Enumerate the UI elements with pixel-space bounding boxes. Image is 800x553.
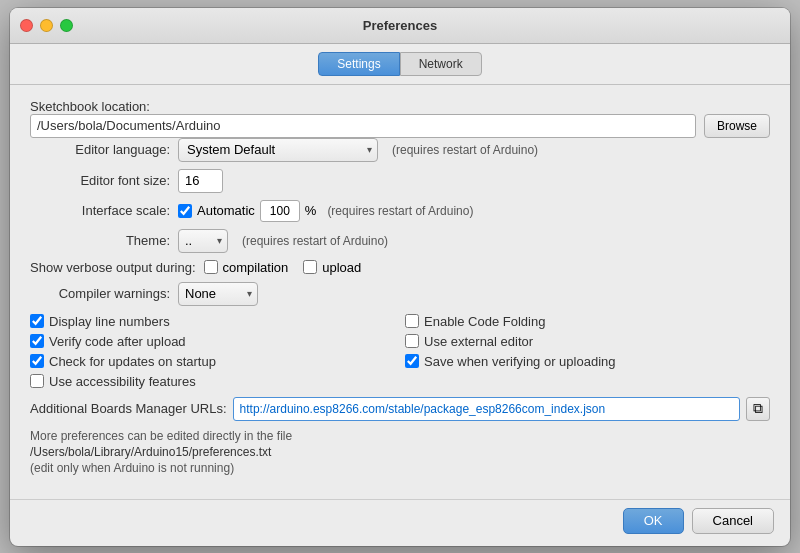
save-verifying-checkbox[interactable] <box>405 354 419 368</box>
prefs-note-line3: (edit only when Arduino is not running) <box>30 461 770 475</box>
accessibility-checkbox[interactable] <box>30 374 44 388</box>
display-line-numbers-label: Display line numbers <box>49 314 170 329</box>
compilation-checkbox[interactable] <box>204 260 218 274</box>
editor-language-hint: (requires restart of Arduino) <box>392 143 538 157</box>
compilation-label: compilation <box>223 260 289 275</box>
ok-button[interactable]: OK <box>623 508 684 534</box>
tab-network[interactable]: Network <box>400 52 482 76</box>
prefs-note-line1: More preferences can be edited directly … <box>30 429 770 443</box>
accessibility-item: Use accessibility features <box>30 374 395 389</box>
editor-font-size-label: Editor font size: <box>30 173 170 188</box>
interface-scale-controls: Automatic % (requires restart of Arduino… <box>178 200 473 222</box>
check-updates-label: Check for updates on startup <box>49 354 216 369</box>
enable-code-folding-checkbox[interactable] <box>405 314 419 328</box>
browse-button[interactable]: Browse <box>704 114 770 138</box>
editor-language-row: Editor language: System Default ▾ (requi… <box>30 138 770 162</box>
interface-scale-label: Interface scale: <box>30 203 170 218</box>
external-editor-checkbox[interactable] <box>405 334 419 348</box>
prefs-note-section: More preferences can be edited directly … <box>30 429 770 475</box>
editor-font-size-input[interactable] <box>178 169 223 193</box>
upload-checkbox[interactable] <box>303 260 317 274</box>
window-controls <box>20 19 73 32</box>
verbose-output-row: Show verbose output during: compilation … <box>30 260 770 275</box>
external-editor-item: Use external editor <box>405 334 770 349</box>
editor-font-size-row: Editor font size: <box>30 169 770 193</box>
code-folding-item: Enable Code Folding <box>405 314 770 329</box>
sketchbook-path-input[interactable] <box>30 114 696 138</box>
copy-icon: ⧉ <box>753 400 763 417</box>
verbose-output-controls: compilation upload <box>204 260 362 275</box>
minimize-button[interactable] <box>40 19 53 32</box>
boards-manager-url-input[interactable] <box>233 397 740 421</box>
preferences-window: Preferences Settings Network Sketchbook … <box>10 8 790 546</box>
verify-code-checkbox[interactable] <box>30 334 44 348</box>
tab-settings[interactable]: Settings <box>318 52 399 76</box>
titlebar: Preferences <box>10 8 790 44</box>
scale-percent: % <box>305 203 317 218</box>
maximize-button[interactable] <box>60 19 73 32</box>
theme-select[interactable]: .. <box>178 229 228 253</box>
sketchbook-row: Browse <box>30 114 770 138</box>
settings-content: Sketchbook location: Browse Editor langu… <box>10 85 790 495</box>
interface-scale-hint: (requires restart of Arduino) <box>327 204 473 218</box>
save-verifying-item: Save when verifying or uploading <box>405 354 770 369</box>
sketchbook-label: Sketchbook location: <box>30 99 150 114</box>
window-title: Preferences <box>363 18 437 33</box>
check-updates-item: Check for updates on startup <box>30 354 395 369</box>
editor-language-select[interactable]: System Default <box>178 138 378 162</box>
close-button[interactable] <box>20 19 33 32</box>
accessibility-label: Use accessibility features <box>49 374 196 389</box>
compiler-warnings-select[interactable]: None <box>178 282 258 306</box>
editor-language-label: Editor language: <box>30 142 170 157</box>
save-verifying-label: Save when verifying or uploading <box>424 354 616 369</box>
automatic-scale-checkbox-label: Automatic <box>197 203 255 218</box>
editor-language-select-wrap: System Default ▾ <box>178 138 378 162</box>
cancel-button[interactable]: Cancel <box>692 508 774 534</box>
verify-code-label: Verify code after upload <box>49 334 186 349</box>
display-line-numbers-checkbox[interactable] <box>30 314 44 328</box>
automatic-scale-checkbox[interactable] <box>178 204 192 218</box>
display-line-numbers-item: Display line numbers <box>30 314 395 329</box>
compiler-warnings-select-wrap: None ▾ <box>178 282 258 306</box>
boards-manager-label: Additional Boards Manager URLs: <box>30 401 227 416</box>
theme-label: Theme: <box>30 233 170 248</box>
options-grid: Display line numbers Enable Code Folding… <box>30 314 770 389</box>
theme-hint: (requires restart of Arduino) <box>242 234 388 248</box>
upload-label: upload <box>322 260 361 275</box>
check-updates-checkbox[interactable] <box>30 354 44 368</box>
enable-code-folding-label: Enable Code Folding <box>424 314 545 329</box>
copy-url-button[interactable]: ⧉ <box>746 397 770 421</box>
boards-manager-row: Additional Boards Manager URLs: ⧉ <box>30 397 770 421</box>
compiler-warnings-row: Compiler warnings: None ▾ <box>30 282 770 306</box>
prefs-note-line2: /Users/bola/Library/Arduino15/preference… <box>30 445 770 459</box>
interface-scale-row: Interface scale: Automatic % (requires r… <box>30 200 770 222</box>
tabs-bar: Settings Network <box>10 44 790 85</box>
compiler-warnings-label: Compiler warnings: <box>30 286 170 301</box>
sketchbook-label-row: Sketchbook location: <box>30 99 770 114</box>
bottom-bar: OK Cancel <box>10 499 790 546</box>
scale-value-input[interactable] <box>260 200 300 222</box>
verify-code-item: Verify code after upload <box>30 334 395 349</box>
verbose-output-label: Show verbose output during: <box>30 260 196 275</box>
theme-row: Theme: .. ▾ (requires restart of Arduino… <box>30 229 770 253</box>
external-editor-label: Use external editor <box>424 334 533 349</box>
theme-select-wrap: .. ▾ <box>178 229 228 253</box>
